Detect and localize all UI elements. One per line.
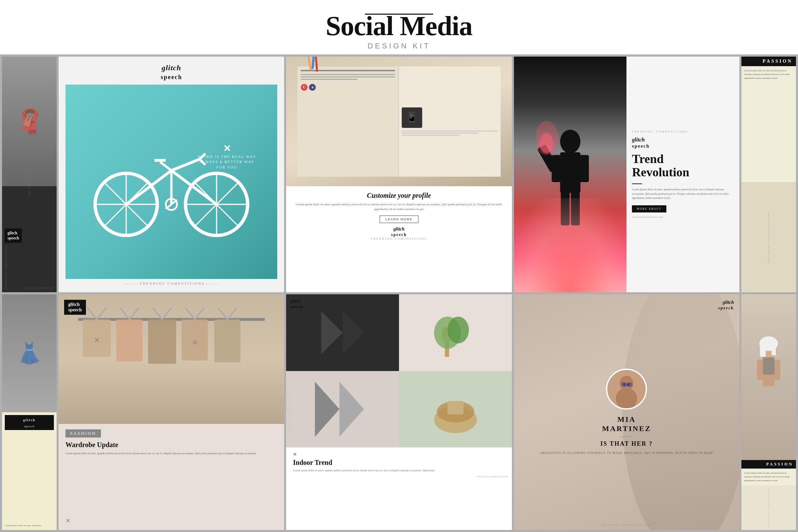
- svg-marker-47: [321, 311, 343, 354]
- svg-line-40: [195, 308, 204, 320]
- card-mia: glitch speech: [514, 294, 739, 530]
- trend-image: [514, 57, 627, 292]
- app-container: Social Media DESIGN KIT 🧣 glitchspeech T…: [0, 0, 798, 532]
- svg-line-36: [153, 308, 162, 320]
- mia-tagline: CREATIVITY IS ALLOWING YOURSELF TO MAKE …: [540, 451, 713, 456]
- passion-body: Lorem ipsum dolor sit ame, pertinacia pr…: [741, 66, 796, 182]
- edge-brand: glitchspeech: [8, 231, 19, 241]
- bike-footer: TRENDING COMPOSITIONS: [125, 282, 218, 285]
- fashion-body: Lorem ipsum dolor sit amet, quando melio…: [65, 452, 277, 456]
- svg-rect-44: [215, 320, 241, 363]
- svg-text:✕: ✕: [94, 336, 100, 344]
- indoor-body: Lorem ipsum dolor sit amet, quando melio…: [293, 469, 505, 473]
- svg-rect-23: [579, 155, 589, 182]
- indoor-basket-svg: [416, 382, 495, 436]
- fashion-content: FASHION Wardrobe Update Lorem ipsum dolo…: [59, 424, 284, 530]
- clothes-rack-svg: ✕ ✕: [70, 301, 273, 417]
- indoor-arrows2-svg: [297, 379, 388, 440]
- indoor-arrow-svg: [303, 306, 382, 359]
- svg-rect-57: [447, 401, 463, 414]
- svg-rect-71: [757, 360, 764, 380]
- mia-content: MIA MARTINEZ IS THAT HER ? CREATIVITY IS…: [540, 369, 713, 455]
- svg-line-16: [160, 162, 172, 171]
- header-title: Social Media: [326, 11, 472, 42]
- customize-title: Customize your profile: [367, 192, 431, 200]
- svg-point-28: [536, 121, 558, 155]
- svg-marker-53: [315, 382, 340, 437]
- customize-body: Lorem ipsum dolor sit amet, quando melio…: [294, 202, 503, 211]
- svg-rect-68: [760, 342, 766, 357]
- svg-line-37: [162, 308, 171, 320]
- card-right-bottom: PASSION Lorem ipsum dolor sit ame, perti…: [741, 294, 796, 530]
- svg-line-34: [130, 308, 139, 320]
- person-right-svg: [747, 302, 790, 452]
- trend-label: TRENDING COMPOSITIONS: [632, 130, 734, 133]
- svg-line-43: [227, 308, 237, 320]
- trend-text: TRENDING COMPOSITIONS glitch speech Tren…: [626, 57, 739, 292]
- bike-svg: [87, 104, 256, 260]
- fashion-title: Wardrobe Update: [65, 441, 277, 449]
- svg-point-52: [447, 316, 469, 343]
- svg-rect-63: [622, 383, 626, 386]
- svg-rect-69: [772, 342, 776, 355]
- more-about-button[interactable]: MORE ABOUT: [632, 205, 666, 212]
- card-customize: C a 📱: [286, 57, 512, 292]
- card-left-bottom: 👗 glitch speech Lorem ipsum dolor sit am…: [2, 294, 57, 530]
- right-bottom-vert: TRENDING COMPOSITIONS: [768, 487, 770, 528]
- indoor-title: Indoor Trend: [293, 459, 505, 467]
- mia-name-line1: MIA: [617, 415, 636, 424]
- fashion-tag: FASHION: [65, 429, 101, 438]
- svg-line-39: [186, 308, 195, 320]
- indoor-vert-text: TRENDING COMPOSITIONS: [289, 392, 291, 432]
- svg-line-42: [218, 308, 227, 320]
- svg-rect-38: [148, 320, 176, 364]
- customize-image: C a 📱: [286, 57, 512, 186]
- svg-rect-21: [560, 152, 580, 193]
- passion-title: PASSION: [745, 59, 793, 64]
- header-panel: Social Media DESIGN KIT: [0, 0, 798, 55]
- mia-name-line2: MARTINEZ: [602, 424, 651, 433]
- indoor-brand: glitch speech: [290, 298, 303, 309]
- trend-smoke: [514, 198, 627, 292]
- trend-body: Lorem ipsum dolor sit amet, quando melio…: [632, 188, 734, 201]
- indoor-decor-svg: [416, 306, 495, 359]
- bike-image: ✕ WEIRD IS THE REAL WAY ALWAYS A BETTER …: [65, 85, 277, 279]
- svg-text:✕: ✕: [192, 338, 198, 347]
- learn-more-button[interactable]: LEARN MORE: [380, 216, 418, 223]
- bike-overlay: ✕ WEIRD IS THE REAL WAY ALWAYS A BETTER …: [197, 143, 256, 170]
- bike-brand: glitch speech: [161, 63, 182, 81]
- customize-brand: glitch speech: [391, 226, 407, 237]
- svg-marker-48: [343, 311, 364, 354]
- card-trend: TRENDING COMPOSITIONS glitch speech Tren…: [514, 57, 739, 292]
- card-fashion: glitchspeech: [59, 294, 284, 530]
- card-bike: glitch speech: [59, 57, 284, 292]
- customize-footer: TRENDING COMPOSITIONS: [371, 237, 427, 240]
- svg-rect-72: [774, 360, 780, 380]
- svg-rect-64: [627, 383, 632, 386]
- mia-divider: [620, 437, 633, 437]
- indoor-url: WWW.GLITCHSPEECH.COM: [477, 475, 507, 478]
- card-right-top: PASSION Lorem ipsum dolor sit ame, perti…: [741, 57, 796, 292]
- trend-brand: glitch speech: [632, 137, 734, 149]
- fashion-brand-box: glitchspeech: [64, 300, 86, 315]
- svg-marker-54: [340, 382, 364, 437]
- mia-avatar-svg: [607, 370, 646, 408]
- trend-url: WWW.GLITCHSPEECH.COM: [632, 216, 734, 219]
- header-subtitle: DESIGN KIT: [368, 42, 431, 50]
- card-indoor: glitch speech TRENDING COMPOSITIONS: [286, 294, 512, 530]
- svg-point-20: [560, 130, 580, 153]
- card-left-edge-top: 🧣 glitchspeech TRENDING COMPOSITIONS WWW…: [2, 57, 57, 292]
- grid-area: 🧣 glitchspeech TRENDING COMPOSITIONS WWW…: [0, 55, 798, 532]
- indoor-x: ✕: [293, 452, 505, 457]
- right-passion-banner: PASSION: [741, 460, 796, 469]
- mia-footer: TRENDING COMPOSITIONS: [601, 524, 652, 527]
- self-text-label: ELF TO MAKE ONES TO: [28, 151, 31, 196]
- customize-content: Customize your profile Lorem ipsum dolor…: [286, 186, 512, 292]
- right-passion-body: Lorem ipsum dolor sit ame, pertinacia pr…: [741, 469, 796, 486]
- svg-line-13: [172, 159, 200, 171]
- edge-vert-label: TRENDING COMPOSITIONS: [5, 245, 8, 290]
- svg-line-33: [120, 308, 129, 320]
- svg-rect-35: [116, 320, 143, 361]
- svg-line-30: [87, 308, 97, 320]
- passion-banner: PASSION: [741, 57, 796, 66]
